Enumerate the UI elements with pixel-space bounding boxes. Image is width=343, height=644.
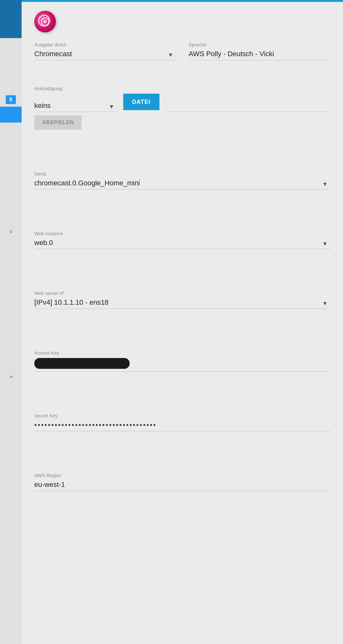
speaker-icon — [39, 16, 51, 27]
web-server-ip-label: Web server IP — [34, 290, 330, 296]
svg-point-1 — [43, 20, 47, 23]
notification-badge: 8 — [6, 95, 16, 104]
aws-region-section: AWS Region eu-west-1 — [34, 473, 330, 491]
sprache-group: Sprache AWS Polly - Deutsch - Vicki — [189, 42, 330, 60]
secret-key-label: Secret Key — [34, 413, 330, 418]
ankuendigung-row: keins ▼ DATEI — [34, 94, 330, 112]
aws-region-input-wrapper[interactable]: eu-west-1 — [34, 481, 330, 491]
spacer-12 — [34, 441, 330, 457]
geraet-label: Gerät — [34, 171, 330, 176]
ankuendigung-file-input — [166, 110, 330, 112]
spacer-2 — [34, 139, 330, 155]
datei-button-group: DATEI — [123, 94, 159, 112]
geraet-value: chromecast.0.Google_Home_mini — [34, 179, 330, 187]
geraet-select-wrapper[interactable]: chromecast.0.Google_Home_mini ▼ — [34, 179, 330, 189]
web-instance-value: web.0 — [34, 239, 330, 247]
access-key-section: Access Key — [34, 350, 330, 372]
web-instance-section: Web instance web.0 ▼ — [34, 231, 330, 249]
access-key-redacted — [34, 358, 130, 369]
datei-button[interactable]: DATEI — [123, 94, 159, 110]
sprache-value: AWS Polly - Deutsch - Vicki — [189, 50, 330, 58]
abspielen-button[interactable]: ABSPIELEN — [34, 115, 82, 130]
ankuendigung-select-group: keins ▼ — [34, 102, 117, 112]
web-instance-select-wrapper[interactable]: web.0 ▼ — [34, 239, 330, 249]
secret-key-input-wrapper[interactable]: •••••••••••••••••••••••••••••••••••• — [34, 421, 330, 431]
web-server-ip-value: [IPv4] 10.1.1.10 - ens18 — [34, 298, 330, 307]
sprache-label: Sprache — [189, 42, 330, 47]
top-bar — [0, 0, 343, 2]
spacer-11 — [34, 397, 330, 413]
ankuendigung-section: Ankündigung keins ▼ DATEI — [34, 86, 330, 112]
main-content: Ausgabe durch Chromecast ▼ Sprache AWS P… — [22, 0, 343, 644]
spacer-5 — [34, 215, 330, 231]
aws-region-value: eu-west-1 — [34, 481, 330, 489]
spacer-13 — [34, 457, 330, 473]
ausgabe-durch-group: Ausgabe durch Chromecast ▼ — [34, 42, 176, 60]
geraet-section: Gerät chromecast.0.Google_Home_mini ▼ — [34, 171, 330, 189]
spacer-8 — [34, 318, 330, 334]
ausgabe-sprache-row: Ausgabe durch Chromecast ▼ Sprache AWS P… — [34, 42, 330, 60]
spacer-6 — [34, 259, 330, 275]
spacer-3 — [34, 155, 330, 171]
ankuendigung-label: Ankündigung — [34, 86, 330, 91]
web-server-ip-section: Web server IP [IPv4] 10.1.1.10 - ens18 ▼ — [34, 290, 330, 309]
blue-bar — [0, 107, 22, 123]
spacer-1 — [34, 70, 330, 86]
ausgabe-durch-select-wrapper[interactable]: Chromecast ▼ — [34, 50, 176, 60]
web-instance-label: Web instance — [34, 231, 330, 236]
spacer-7 — [34, 275, 330, 290]
access-key-input-wrapper[interactable] — [34, 358, 330, 372]
side-label-s: s — [8, 376, 13, 378]
ankuendigung-select-wrapper[interactable]: keins ▼ — [34, 102, 117, 112]
spacer-10 — [34, 381, 330, 397]
sprache-input-wrapper: AWS Polly - Deutsch - Vicki — [189, 50, 330, 60]
app-icon — [34, 11, 56, 32]
secret-key-section: Secret Key •••••••••••••••••••••••••••••… — [34, 413, 330, 431]
aws-region-label: AWS Region — [34, 473, 330, 478]
abspielen-section: ABSPIELEN — [34, 115, 330, 130]
left-thumbnail — [0, 0, 22, 38]
left-panel: 8 n s — [0, 0, 22, 644]
ausgabe-durch-label: Ausgabe durch — [34, 42, 176, 47]
web-server-ip-select-wrapper[interactable]: [IPv4] 10.1.1.10 - ens18 ▼ — [34, 298, 330, 309]
side-label-n: n — [8, 230, 13, 233]
access-key-label: Access Key — [34, 350, 330, 355]
ausgabe-durch-value: Chromecast — [34, 50, 176, 58]
secret-key-dots: •••••••••••••••••••••••••••••••••••• — [34, 421, 157, 429]
ankuendigung-value: keins — [34, 102, 117, 110]
svg-point-0 — [41, 18, 49, 25]
spacer-4 — [34, 199, 330, 215]
spacer-9 — [34, 334, 330, 350]
